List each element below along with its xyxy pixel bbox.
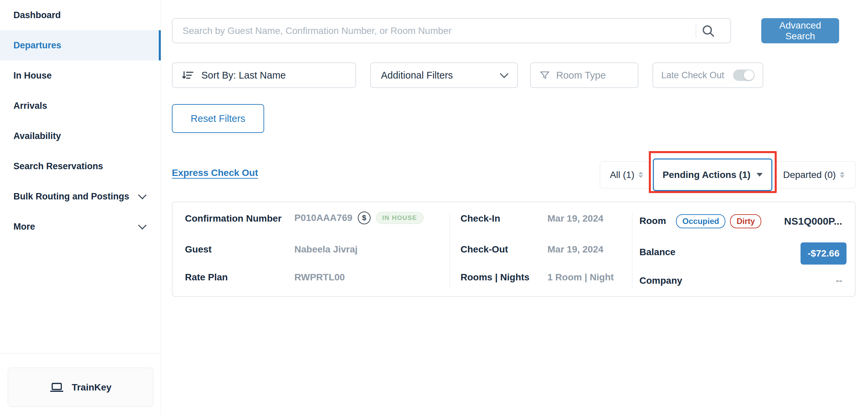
main-content: Advanced Search Sort By: Last Name Addit… (161, 0, 868, 415)
confirmation-number-value: P010AAA769 (294, 212, 352, 223)
rate-plan-value: RWPRTL00 (294, 272, 345, 283)
chevron-down-icon (138, 221, 146, 229)
room-type-filter[interactable]: Room Type (530, 62, 639, 88)
additional-filters-dropdown[interactable]: Additional Filters (370, 62, 518, 88)
sidebar-item-label: Availability (13, 131, 61, 141)
caret-down-icon (756, 173, 763, 177)
additional-filters-label: Additional Filters (381, 70, 453, 81)
trainkey-label: TrainKey (72, 382, 112, 393)
tab-all-label: All (1) (610, 170, 634, 180)
sort-arrows-icon (840, 172, 844, 178)
company-value: -- (836, 275, 842, 286)
tab-departed[interactable]: Departed (0) (772, 170, 855, 180)
sidebar-item-label: Search Reservations (13, 161, 103, 172)
sidebar-divider (0, 353, 161, 354)
dollar-circle-icon[interactable]: $ (358, 211, 371, 224)
in-house-badge: IN HOUSE (376, 212, 424, 224)
sidebar-item-availability[interactable]: Availability (0, 121, 161, 151)
sidebar-item-arrivals[interactable]: Arrivals (0, 91, 161, 121)
dirty-status-badge: Dirty (730, 214, 761, 228)
express-check-out-link[interactable]: Express Check Out (172, 168, 258, 178)
company-label: Company (640, 275, 682, 286)
occupied-status-badge: Occupied (676, 214, 725, 228)
sidebar-item-more[interactable]: More (0, 211, 161, 242)
search-bar (172, 18, 731, 43)
room-type-label: Room Type (556, 70, 606, 81)
sort-by-button[interactable]: Sort By: Last Name (172, 62, 356, 88)
balance-badge[interactable]: -$72.66 (801, 242, 846, 265)
sidebar-item-in-house[interactable]: In House (0, 60, 161, 91)
sidebar-item-dashboard[interactable]: Dashboard (0, 0, 161, 30)
balance-label: Balance (640, 247, 675, 258)
reservation-card[interactable]: Confirmation Number P010AAA769 $ IN HOUS… (172, 202, 856, 297)
confirmation-number-row: P010AAA769 $ IN HOUSE (294, 211, 424, 224)
room-number-value: NS1Q000P... (784, 215, 842, 227)
room-label: Room (640, 215, 666, 226)
check-out-value: Mar 19, 2024 (548, 244, 603, 255)
sidebar: Dashboard Departures In House Arrivals A… (0, 0, 161, 415)
search-input[interactable] (172, 18, 731, 43)
sidebar-item-departures[interactable]: Departures (0, 30, 161, 60)
tab-departed-label: Departed (0) (783, 170, 836, 180)
sidebar-item-label: Departures (13, 40, 61, 51)
check-out-label: Check-Out (461, 244, 508, 255)
reset-filters-button[interactable]: Reset Filters (172, 104, 264, 133)
departures-tab-group: All (1) Departed (0) Pending Actions (1) (600, 161, 856, 188)
chevron-down-icon (138, 191, 146, 199)
guest-label: Guest (185, 244, 212, 255)
rate-plan-label: Rate Plan (185, 272, 228, 283)
sidebar-item-search-reservations[interactable]: Search Reservations (0, 151, 161, 181)
sort-arrows-icon (639, 172, 643, 178)
chevron-down-icon (500, 69, 508, 78)
card-divider (450, 212, 450, 288)
sort-by-label: Sort By: Last Name (202, 70, 286, 81)
sidebar-item-label: More (13, 221, 35, 232)
laptop-icon (50, 381, 64, 393)
rooms-nights-label: Rooms | Nights (461, 272, 529, 283)
sidebar-item-bulk-routing[interactable]: Bulk Routing and Postings (0, 181, 161, 211)
tab-pending-actions[interactable]: Pending Actions (1) (653, 158, 772, 191)
sort-icon (182, 70, 194, 81)
sidebar-item-label: Dashboard (13, 10, 61, 21)
check-in-label: Check-In (461, 213, 500, 224)
funnel-icon (539, 70, 550, 81)
search-icon[interactable] (701, 24, 716, 38)
room-status-row: Occupied Dirty NS1Q000P... (676, 214, 842, 228)
trainkey-button[interactable]: TrainKey (8, 368, 153, 407)
late-check-out-toggle[interactable] (733, 69, 754, 81)
sidebar-item-label: Arrivals (13, 101, 47, 111)
confirmation-number-label: Confirmation Number (185, 213, 282, 224)
rooms-nights-value: 1 Room | Night (548, 272, 614, 283)
search-divider (696, 24, 696, 38)
sidebar-item-label: In House (13, 70, 52, 81)
tab-pending-actions-label: Pending Actions (1) (662, 170, 750, 180)
advanced-search-button[interactable]: Advanced Search (761, 18, 839, 43)
tab-all[interactable]: All (1) (600, 170, 653, 180)
late-check-out-filter: Late Check Out (652, 62, 763, 88)
sidebar-item-label: Bulk Routing and Postings (13, 191, 129, 202)
guest-value: Nabeela Jivraj (294, 244, 358, 255)
toggle-knob (744, 70, 754, 80)
check-in-value: Mar 19, 2024 (548, 213, 603, 224)
card-divider (632, 212, 632, 288)
late-check-out-label: Late Check Out (661, 70, 724, 81)
